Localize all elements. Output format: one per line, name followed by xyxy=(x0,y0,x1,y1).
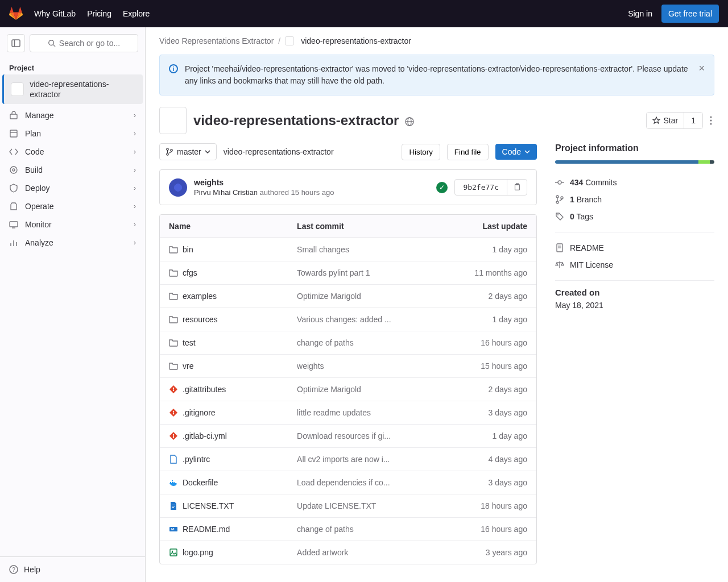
file-last-commit[interactable]: weights xyxy=(297,361,429,371)
col-name-header[interactable]: Name xyxy=(160,215,288,238)
folder-icon xyxy=(169,315,178,324)
file-row[interactable]: LICENSE.TXT Update LICENSE.TXT 18 hours … xyxy=(160,494,536,518)
file-name[interactable]: logo.png xyxy=(183,548,213,557)
gitlab-logo-icon[interactable] xyxy=(9,7,23,20)
build-icon xyxy=(9,165,18,174)
sidebar-item-deploy[interactable]: Deploy› xyxy=(5,179,140,197)
file-row[interactable]: cfgs Towards pylint part 1 11 months ago xyxy=(160,261,536,285)
breadcrumb-group[interactable]: Video Representations Extractor xyxy=(159,36,274,45)
commit-title[interactable]: weights xyxy=(194,178,429,187)
file-last-commit[interactable]: Optimize Marigold xyxy=(297,292,429,301)
file-row[interactable]: vre weights 15 hours ago xyxy=(160,355,536,378)
file-last-commit[interactable]: little readme updates xyxy=(297,408,429,417)
svg-text:?: ? xyxy=(12,567,15,573)
repo-path[interactable]: video-representations-extractor xyxy=(224,147,334,156)
file-last-commit[interactable]: Update LICENSE.TXT xyxy=(297,501,429,510)
language-bar[interactable] xyxy=(555,160,714,164)
license-link[interactable]: MIT License xyxy=(555,256,714,273)
file-name[interactable]: Dockerfile xyxy=(183,478,218,487)
sidebar-item-code[interactable]: Code› xyxy=(5,143,140,161)
file-row[interactable]: test change of paths 16 hours ago xyxy=(160,331,536,355)
sidebar-item-analyze[interactable]: Analyze› xyxy=(5,234,140,252)
file-row[interactable]: Dockerfile Load dependencies if co... 3 … xyxy=(160,471,536,494)
file-row[interactable]: examples Optimize Marigold 2 days ago xyxy=(160,285,536,308)
file-name[interactable]: test xyxy=(183,338,196,347)
commit-sha[interactable]: 9b2fe77c xyxy=(455,180,507,195)
sidebar-item-label: Monitor xyxy=(25,220,127,229)
branches-stat[interactable]: 1 Branch xyxy=(555,191,714,208)
sidebar-project-link[interactable]: video-representations-extractor xyxy=(2,74,143,104)
divider xyxy=(555,232,714,232)
file-name[interactable]: .gitignore xyxy=(183,408,216,417)
svg-line-3 xyxy=(53,45,55,47)
file-last-commit[interactable]: Small changes xyxy=(297,245,429,254)
file-last-update: 2 days ago xyxy=(439,285,536,307)
file-name[interactable]: README.md xyxy=(183,525,230,534)
svg-rect-41 xyxy=(172,506,175,506)
file-last-commit[interactable]: change of paths xyxy=(297,338,429,347)
history-button[interactable]: History xyxy=(402,144,440,160)
file-name[interactable]: LICENSE.TXT xyxy=(183,501,234,510)
file-name[interactable]: .gitattributes xyxy=(183,385,226,394)
sidebar-item-operate[interactable]: Operate› xyxy=(5,197,140,215)
file-name[interactable]: .pylintrc xyxy=(183,455,210,464)
file-last-commit[interactable]: Towards pylint part 1 xyxy=(297,268,429,277)
file-name[interactable]: bin xyxy=(183,245,193,254)
nav-explore[interactable]: Explore xyxy=(123,9,150,18)
svg-point-52 xyxy=(561,197,563,199)
svg-point-8 xyxy=(13,169,15,171)
breadcrumb-project[interactable]: video-representations-extractor xyxy=(301,36,411,45)
sidebar-item-build[interactable]: Build› xyxy=(5,161,140,179)
file-row[interactable]: logo.png Added artwork 3 years ago xyxy=(160,541,536,564)
file-last-commit[interactable]: Added artwork xyxy=(297,548,429,557)
file-last-update: 16 hours ago xyxy=(439,518,536,541)
sidebar-item-manage[interactable]: Manage› xyxy=(5,106,140,124)
file-row[interactable]: M↓README.md change of paths 16 hours ago xyxy=(160,518,536,541)
file-last-commit[interactable]: Optimize Marigold xyxy=(297,385,429,394)
find-file-button[interactable]: Find file xyxy=(447,144,489,160)
file-row[interactable]: .gitattributes Optimize Marigold 2 days … xyxy=(160,378,536,401)
file-last-commit[interactable]: Load dependencies if co... xyxy=(297,478,429,487)
file-row[interactable]: .gitlab-ci.yml Download resources if gi.… xyxy=(160,425,536,448)
file-row[interactable]: resources Various changes: added ... 1 d… xyxy=(160,308,536,331)
readme-link[interactable]: README xyxy=(555,239,714,256)
help-link[interactable]: ? Help xyxy=(5,562,140,577)
sidebar-item-monitor[interactable]: Monitor› xyxy=(5,215,140,234)
file-row[interactable]: .pylintrc All cv2 imports are now i... 4… xyxy=(160,448,536,471)
svg-point-50 xyxy=(556,196,559,198)
get-free-trial-button[interactable]: Get free trial xyxy=(661,5,719,23)
file-row[interactable]: bin Small changes 1 day ago xyxy=(160,238,536,261)
file-row[interactable]: .gitignore little readme updates 3 days … xyxy=(160,401,536,425)
pipeline-status-passed-icon[interactable]: ✓ xyxy=(436,182,448,193)
file-name[interactable]: .gitlab-ci.yml xyxy=(183,431,227,440)
tags-stat[interactable]: 0 Tags xyxy=(555,208,714,225)
file-last-commit[interactable]: Download resources if gi... xyxy=(297,431,429,440)
col-update-header[interactable]: Last update xyxy=(439,215,536,238)
commits-stat[interactable]: 434 Commits xyxy=(555,174,714,191)
file-name[interactable]: cfgs xyxy=(183,268,197,277)
project-info-panel: Project information 434 Commits 1 Branch xyxy=(555,143,714,564)
file-last-commit[interactable]: change of paths xyxy=(297,525,429,534)
signin-link[interactable]: Sign in xyxy=(628,9,652,18)
star-button[interactable]: Star xyxy=(647,113,684,128)
sidebar-search[interactable]: Search or go to... xyxy=(30,34,138,52)
star-count[interactable]: 1 xyxy=(684,113,702,128)
nav-pricing[interactable]: Pricing xyxy=(87,9,111,18)
alert-close-button[interactable]: × xyxy=(698,63,705,73)
code-button[interactable]: Code xyxy=(495,144,537,160)
project-more-button[interactable] xyxy=(708,113,714,128)
sidebar-item-plan[interactable]: Plan› xyxy=(5,124,140,143)
svg-point-20 xyxy=(710,120,712,122)
file-name[interactable]: vre xyxy=(183,361,193,371)
sidebar-collapse-button[interactable] xyxy=(7,34,25,52)
col-commit-header[interactable]: Last commit xyxy=(288,215,439,238)
file-last-commit[interactable]: Various changes: added ... xyxy=(297,315,429,324)
file-last-commit[interactable]: All cv2 imports are now i... xyxy=(297,455,429,464)
commit-author-avatar[interactable] xyxy=(169,178,187,197)
nav-why-gitlab[interactable]: Why GitLab xyxy=(34,9,76,18)
file-name[interactable]: examples xyxy=(183,292,217,301)
copy-sha-button[interactable] xyxy=(507,180,527,195)
commit-author[interactable]: Pirvu Mihai Cristian xyxy=(194,188,258,197)
file-name[interactable]: resources xyxy=(183,315,217,324)
branch-select[interactable]: master xyxy=(159,143,217,160)
